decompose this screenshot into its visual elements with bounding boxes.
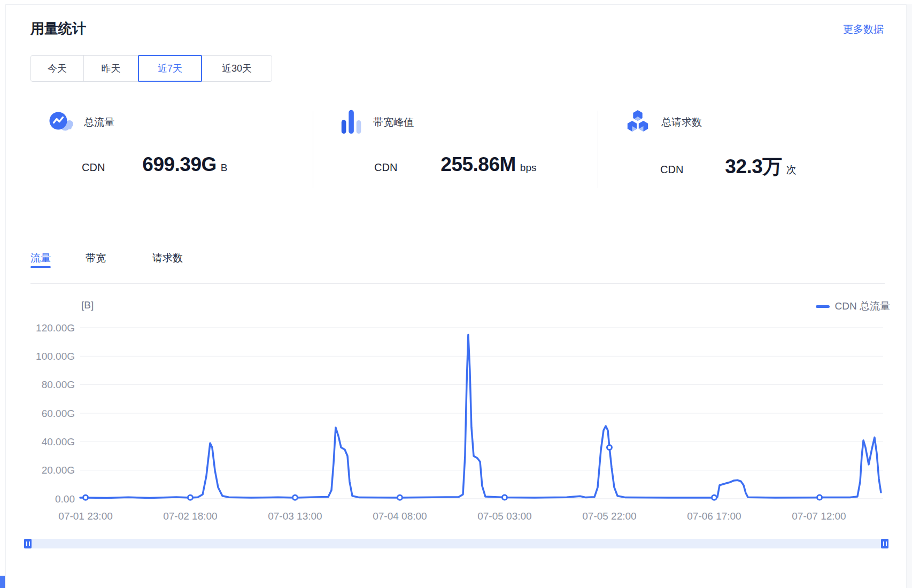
- svg-text:80.00G: 80.00G: [42, 379, 75, 390]
- svg-text:07-06 17:00: 07-06 17:00: [687, 510, 741, 522]
- handle-grip-icon: [26, 541, 27, 546]
- svg-text:07-04 08:00: 07-04 08:00: [373, 510, 427, 522]
- svg-text:07-07 12:00: 07-07 12:00: [792, 510, 846, 522]
- range-tab-last7days[interactable]: 近7天: [138, 55, 202, 82]
- datazoom-handle-right[interactable]: [881, 539, 888, 548]
- handle-grip-icon: [883, 541, 884, 546]
- svg-text:100.00G: 100.00G: [36, 351, 75, 362]
- usage-statistics-panel: 用量统计 更多数据 今天 昨天 近7天 近30天 总流量 CDN 699.39G: [0, 0, 912, 588]
- svg-text:07-05 03:00: 07-05 03:00: [477, 510, 531, 522]
- svg-text:40.00G: 40.00G: [42, 436, 75, 447]
- handle-grip-icon: [886, 541, 887, 546]
- svg-text:0.00: 0.00: [55, 493, 75, 505]
- svg-text:120.00G: 120.00G: [36, 322, 75, 334]
- svg-text:07-05 22:00: 07-05 22:00: [582, 510, 636, 522]
- handle-grip-icon: [29, 541, 30, 546]
- usage-line-chart: 0.0020.00G40.00G60.00G80.00G100.00G120.0…: [0, 0, 912, 588]
- svg-text:07-03 13:00: 07-03 13:00: [268, 510, 322, 522]
- svg-text:07-01 23:00: 07-01 23:00: [58, 510, 112, 522]
- svg-text:07-02 18:00: 07-02 18:00: [163, 510, 217, 522]
- svg-text:60.00G: 60.00G: [42, 408, 75, 419]
- datazoom-handle-left[interactable]: [24, 539, 32, 548]
- datazoom-slider[interactable]: [24, 539, 888, 548]
- svg-text:20.00G: 20.00G: [42, 465, 75, 476]
